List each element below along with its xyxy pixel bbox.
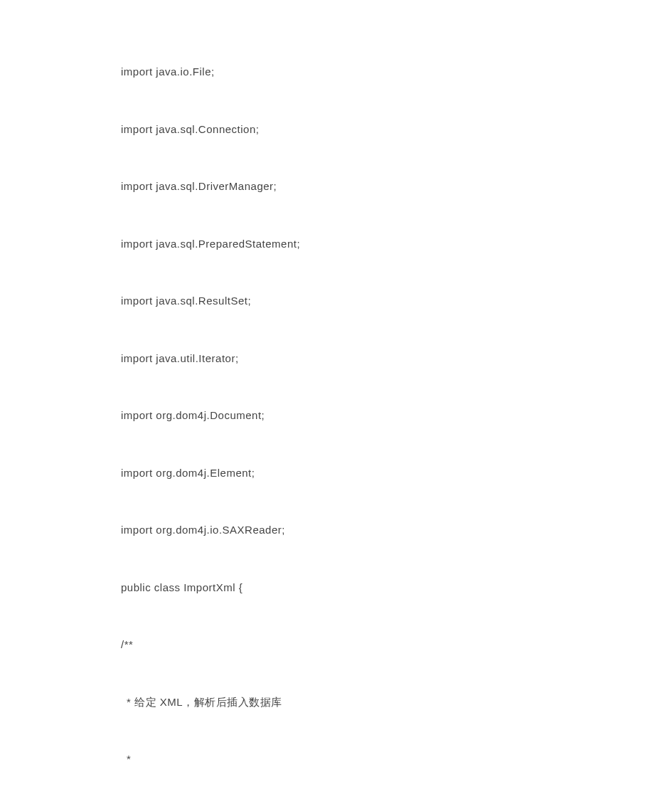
- code-line: import java.util.Iterator;: [121, 351, 672, 367]
- code-line: public class ImportXml {: [121, 580, 672, 596]
- code-line: import org.dom4j.io.SAXReader;: [121, 522, 672, 539]
- code-line: import java.sql.ResultSet;: [121, 293, 672, 309]
- code-line: import org.dom4j.Document;: [121, 408, 672, 424]
- code-line: * 给定 XML，解析后插入数据库: [121, 694, 672, 711]
- code-line: import java.sql.DriverManager;: [121, 179, 672, 195]
- code-line: import org.dom4j.Element;: [121, 465, 672, 482]
- code-line: import java.sql.PreparedStatement;: [121, 236, 672, 253]
- code-line: /**: [121, 637, 672, 653]
- code-line: import java.sql.Connection;: [121, 122, 672, 138]
- code-line: import java.io.File;: [121, 64, 672, 80]
- document-page: import java.io.File; import java.sql.Con…: [0, 0, 672, 768]
- code-line: *: [121, 751, 672, 768]
